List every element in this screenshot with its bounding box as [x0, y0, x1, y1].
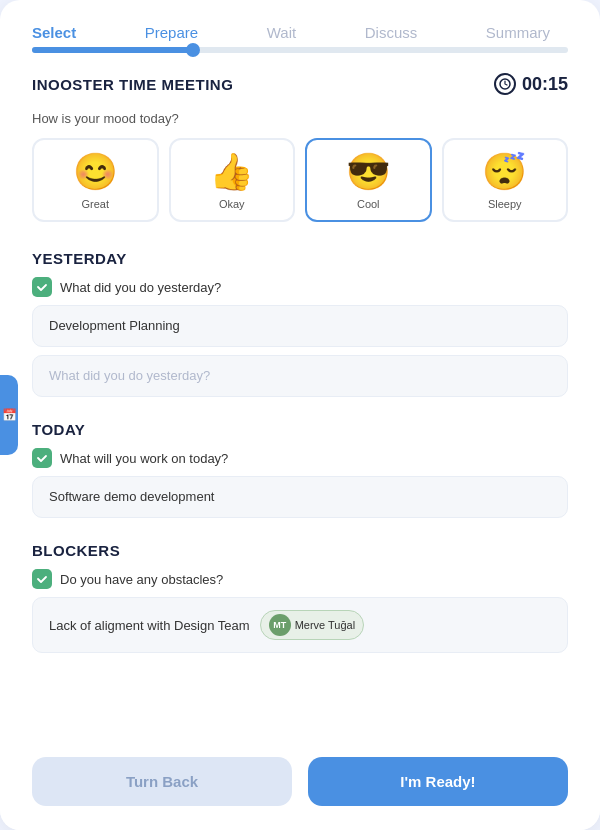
mood-sleepy-label: Sleepy [488, 198, 522, 210]
assignee-name: Merve Tuğal [295, 619, 356, 631]
yesterday-checkbox[interactable] [32, 277, 52, 297]
yesterday-input[interactable]: What did you do yesterday? [32, 355, 568, 397]
mood-great-label: Great [81, 198, 109, 210]
mood-cool[interactable]: 😎 Cool [305, 138, 432, 222]
bottom-bar: Turn Back I'm Ready! [0, 741, 600, 830]
today-question: What will you work on today? [60, 451, 228, 466]
today-check-row: What will you work on today? [32, 448, 568, 468]
yesterday-check-row: What did you do yesterday? [32, 277, 568, 297]
blockers-check-row: Do you have any obstacles? [32, 569, 568, 589]
mood-great[interactable]: 😊 Great [32, 138, 159, 222]
mood-options: 😊 Great 👍 Okay 😎 Cool 😴 Sleepy [32, 138, 568, 222]
steps-row: Select Prepare Wait Discuss Summary [32, 24, 568, 41]
step-summary[interactable]: Summary [486, 24, 550, 41]
ready-button[interactable]: I'm Ready! [308, 757, 568, 806]
blockers-title: BLOCKERS [32, 542, 568, 559]
yesterday-answer[interactable]: Development Planning [32, 305, 568, 347]
blockers-question: Do you have any obstacles? [60, 572, 223, 587]
step-discuss[interactable]: Discuss [365, 24, 418, 41]
timer-value: 00:15 [522, 74, 568, 95]
blockers-section: BLOCKERS Do you have any obstacles? Lack… [32, 542, 568, 653]
progress-fill [32, 47, 193, 53]
main-content: Select Prepare Wait Discuss Summary INOO… [0, 0, 600, 830]
mood-question: How is your mood today? [32, 111, 568, 126]
step-select[interactable]: Select [32, 24, 76, 41]
turn-back-button[interactable]: Turn Back [32, 757, 292, 806]
mood-section: How is your mood today? 😊 Great 👍 Okay 😎… [32, 111, 568, 222]
meeting-title: INOOSTER TIME MEETING [32, 76, 233, 93]
today-answer[interactable]: Software demo development [32, 476, 568, 518]
timer: 00:15 [494, 73, 568, 95]
timer-icon [494, 73, 516, 95]
yesterday-title: YESTERDAY [32, 250, 568, 267]
mood-cool-label: Cool [357, 198, 380, 210]
mood-sleepy[interactable]: 😴 Sleepy [442, 138, 569, 222]
calendar-icon: 📅 [2, 408, 17, 422]
mood-great-emoji: 😊 [73, 154, 118, 190]
mood-cool-emoji: 😎 [346, 154, 391, 190]
yesterday-section: YESTERDAY What did you do yesterday? Dev… [32, 250, 568, 397]
progress-bar [32, 47, 568, 53]
blockers-text: Lack of aligment with Design Team [49, 618, 250, 633]
mood-okay[interactable]: 👍 Okay [169, 138, 296, 222]
mood-okay-emoji: 👍 [209, 154, 254, 190]
progress-knob [186, 43, 200, 57]
today-checkbox[interactable] [32, 448, 52, 468]
blockers-answer[interactable]: Lack of aligment with Design Team MT Mer… [32, 597, 568, 653]
avatar-initials: MT [269, 614, 291, 636]
today-title: TODAY [32, 421, 568, 438]
assignee-badge[interactable]: MT Merve Tuğal [260, 610, 365, 640]
step-prepare[interactable]: Prepare [145, 24, 198, 41]
blockers-checkbox[interactable] [32, 569, 52, 589]
today-section: TODAY What will you work on today? Softw… [32, 421, 568, 518]
app-container: 📅 Select Prepare Wait Discuss Summary IN… [0, 0, 600, 830]
left-accent-bar: 📅 [0, 375, 18, 455]
mood-okay-label: Okay [219, 198, 245, 210]
step-wait[interactable]: Wait [267, 24, 296, 41]
meeting-header: INOOSTER TIME MEETING 00:15 [32, 73, 568, 95]
mood-sleepy-emoji: 😴 [482, 154, 527, 190]
yesterday-question: What did you do yesterday? [60, 280, 221, 295]
